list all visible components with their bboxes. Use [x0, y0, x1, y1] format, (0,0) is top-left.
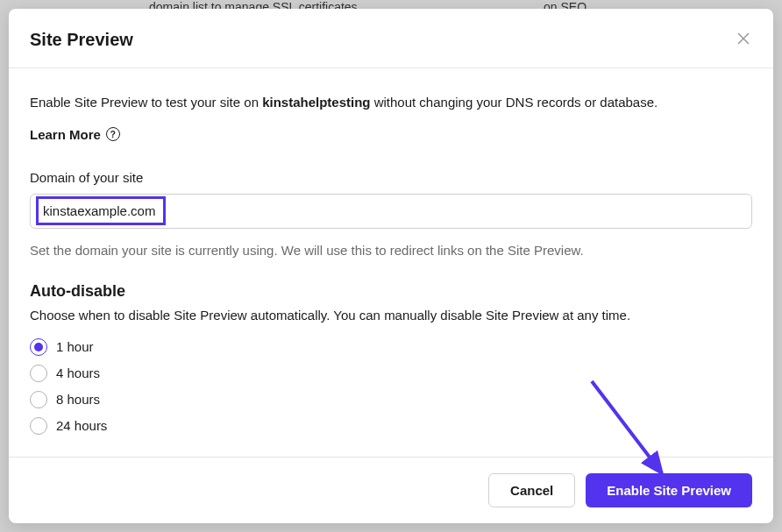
learn-more-label: Learn More	[30, 127, 101, 142]
domain-helper-text: Set the domain your site is currently us…	[30, 243, 752, 258]
enable-site-preview-button[interactable]: Enable Site Preview	[586, 473, 752, 507]
radio-icon	[30, 391, 47, 408]
cancel-button[interactable]: Cancel	[488, 473, 575, 507]
radio-label: 8 hours	[56, 392, 100, 407]
intro-prefix: Enable Site Preview to test your site on	[30, 95, 262, 110]
intro-text: Enable Site Preview to test your site on…	[30, 93, 752, 113]
site-preview-modal: Site Preview Enable Site Preview to test…	[9, 9, 773, 523]
radio-icon	[30, 338, 47, 356]
radio-label: 4 hours	[56, 365, 100, 380]
radio-icon	[30, 365, 47, 382]
modal-title: Site Preview	[30, 30, 133, 50]
radio-label: 1 hour	[56, 339, 94, 354]
modal-body: Enable Site Preview to test your site on…	[9, 68, 773, 457]
close-button[interactable]	[735, 32, 752, 49]
auto-disable-radio-group: 1 hour 4 hours 8 hours 24 hours	[30, 338, 752, 435]
radio-option-24-hours[interactable]: 24 hours	[30, 417, 752, 435]
radio-option-8-hours[interactable]: 8 hours	[30, 391, 752, 408]
help-icon: ?	[106, 127, 120, 141]
radio-option-1-hour[interactable]: 1 hour	[30, 338, 752, 356]
intro-site-name: kinstahelptesting	[262, 95, 370, 110]
radio-icon	[30, 417, 47, 435]
radio-option-4-hours[interactable]: 4 hours	[30, 365, 752, 382]
close-icon	[737, 32, 750, 48]
auto-disable-title: Auto-disable	[30, 282, 752, 301]
radio-label: 24 hours	[56, 418, 107, 433]
domain-field-label: Domain of your site	[30, 170, 752, 185]
modal-header: Site Preview	[9, 9, 773, 68]
intro-suffix: without changing your DNS records or dat…	[371, 95, 658, 110]
learn-more-link[interactable]: Learn More ?	[30, 127, 120, 142]
domain-input-wrapper	[30, 194, 752, 229]
auto-disable-description: Choose when to disable Site Preview auto…	[30, 308, 752, 323]
modal-footer: Cancel Enable Site Preview	[9, 457, 773, 523]
domain-input[interactable]	[30, 194, 752, 229]
